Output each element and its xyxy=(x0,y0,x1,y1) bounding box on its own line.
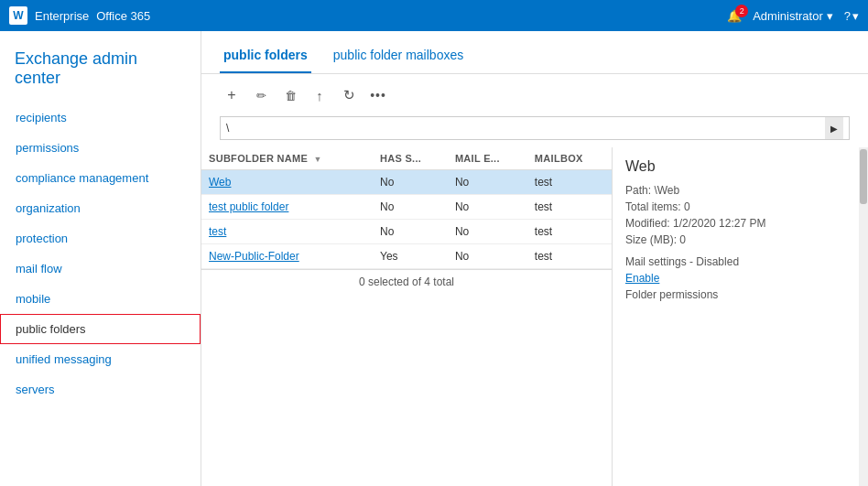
status-bar: 0 selected of 4 total xyxy=(201,269,612,294)
mailbox-cell: test xyxy=(527,170,612,195)
office-logo: W xyxy=(9,6,27,25)
user-dropdown-icon: ▾ xyxy=(827,9,833,23)
col-mail-enabled: MAIL E... xyxy=(448,147,527,170)
mailbox-cell: test xyxy=(527,220,612,244)
sidebar-item-recipients[interactable]: recipients xyxy=(0,103,201,133)
scrollbar-thumb xyxy=(860,149,867,204)
sidebar-header: Exchange admin center xyxy=(0,40,201,103)
has-subfolders-cell: No xyxy=(373,220,448,244)
detail-total-items-label: Total items: xyxy=(625,200,681,213)
table-area: SUBFOLDER NAME ▼ HAS S... MAIL E... MAIL… xyxy=(201,147,612,486)
detail-path-value: \Web xyxy=(654,184,679,197)
detail-mail-settings-label: Mail settings - Disabled xyxy=(625,255,739,268)
edit-button[interactable]: ✏ xyxy=(249,83,273,107)
path-bar-text: \ xyxy=(226,122,825,135)
table-header-row: SUBFOLDER NAME ▼ HAS S... MAIL E... MAIL… xyxy=(201,147,612,170)
sidebar: Exchange admin center recipients permiss… xyxy=(0,31,201,486)
topbar-left: W Enterprise Office 365 xyxy=(9,6,150,25)
has-subfolders-cell: No xyxy=(373,170,448,195)
detail-mail-settings: Mail settings - Disabled xyxy=(625,255,855,268)
topbar-product2: Office 365 xyxy=(96,9,150,23)
has-subfolders-cell: Yes xyxy=(373,244,448,269)
sidebar-item-protection[interactable]: protection xyxy=(0,223,201,254)
detail-modified-value: 1/2/2020 12:27 PM xyxy=(673,217,765,230)
folder-name-cell: New-Public-Folder xyxy=(201,244,373,269)
help-icon: ? xyxy=(844,9,851,23)
more-button[interactable]: ••• xyxy=(366,83,390,107)
add-button[interactable]: + xyxy=(220,83,244,107)
sidebar-item-servers[interactable]: servers xyxy=(0,374,201,405)
folder-link-test-public-folder[interactable]: test public folder xyxy=(209,200,288,213)
table-row[interactable]: New-Public-Folder Yes No test xyxy=(201,244,612,269)
col-mailbox: MAILBOX xyxy=(527,147,612,170)
mail-enabled-cell: No xyxy=(448,220,527,244)
detail-total-items-value: 0 xyxy=(684,200,690,213)
mailbox-cell: test xyxy=(527,195,612,220)
folder-link-new-public-folder[interactable]: New-Public-Folder xyxy=(209,250,299,263)
detail-size-label: Size (MB): xyxy=(625,233,677,246)
delete-button[interactable]: 🗑 xyxy=(278,83,302,107)
tab-public-folder-mailboxes[interactable]: public folder mailboxes xyxy=(330,42,467,73)
detail-size-value: 0 xyxy=(679,233,686,246)
sidebar-item-unified-messaging[interactable]: unified messaging xyxy=(0,344,201,374)
sidebar-item-mail-flow[interactable]: mail flow xyxy=(0,254,201,284)
topbar-right: 🔔 2 Administrator ▾ ? ▾ xyxy=(727,9,859,23)
detail-scrollbar[interactable] xyxy=(859,147,868,486)
detail-path: Path: \Web xyxy=(625,184,855,197)
detail-folder-permissions-label: Folder permissions xyxy=(625,288,718,301)
topbar-product1: Enterprise xyxy=(35,9,89,23)
folder-name-cell: test public folder xyxy=(201,195,373,220)
table-row[interactable]: test No No test xyxy=(201,220,612,244)
table-row[interactable]: Web No No test xyxy=(201,170,612,195)
folder-link-web[interactable]: Web xyxy=(209,176,231,189)
tabs: public folders public folder mailboxes xyxy=(201,31,868,74)
detail-title: Web xyxy=(625,158,855,175)
table-detail-layout: SUBFOLDER NAME ▼ HAS S... MAIL E... MAIL… xyxy=(201,147,868,486)
notifications-bell[interactable]: 🔔 2 xyxy=(727,9,742,23)
main-layout: Exchange admin center recipients permiss… xyxy=(0,31,868,486)
detail-panel: Web Path: \Web Total items: 0 Modified: … xyxy=(612,147,868,486)
mail-enabled-cell: No xyxy=(448,170,527,195)
sidebar-item-mobile[interactable]: mobile xyxy=(0,284,201,314)
detail-enable-row: Enable xyxy=(625,272,855,285)
detail-folder-permissions: Folder permissions xyxy=(625,288,855,301)
help-dropdown-icon: ▾ xyxy=(852,9,859,23)
path-bar-navigate-button[interactable]: ▶ xyxy=(825,117,843,139)
sort-icon: ▼ xyxy=(313,155,321,164)
sidebar-item-permissions[interactable]: permissions xyxy=(0,133,201,163)
mail-enabled-cell: No xyxy=(448,195,527,220)
folder-link-test[interactable]: test xyxy=(209,225,226,238)
user-name: Administrator xyxy=(753,9,823,23)
mailbox-cell: test xyxy=(527,244,612,269)
detail-modified-label: Modified: xyxy=(625,217,670,230)
detail-size: Size (MB): 0 xyxy=(625,233,855,246)
table-row[interactable]: test public folder No No test xyxy=(201,195,612,220)
sidebar-item-organization[interactable]: organization xyxy=(0,193,201,223)
status-text: 0 selected of 4 total xyxy=(359,275,454,288)
mail-enabled-cell: No xyxy=(448,244,527,269)
has-subfolders-cell: No xyxy=(373,195,448,220)
sidebar-item-compliance-management[interactable]: compliance management xyxy=(0,163,201,193)
folder-name-cell: test xyxy=(201,220,373,244)
path-bar: \ ▶ xyxy=(220,116,850,140)
tab-public-folders[interactable]: public folders xyxy=(220,42,311,73)
detail-path-label: Path: xyxy=(625,184,651,197)
user-menu[interactable]: Administrator ▾ xyxy=(753,9,833,23)
sidebar-item-public-folders[interactable]: public folders xyxy=(0,314,201,344)
content-area: public folders public folder mailboxes +… xyxy=(201,31,868,486)
help-button[interactable]: ? ▾ xyxy=(844,9,859,23)
move-up-button[interactable]: ↑ xyxy=(308,83,331,107)
refresh-button[interactable]: ↻ xyxy=(337,83,361,107)
toolbar: + ✏ 🗑 ↑ ↻ ••• xyxy=(201,74,868,116)
notification-badge: 2 xyxy=(735,5,748,17)
detail-total-items: Total items: 0 xyxy=(625,200,855,213)
detail-enable-link[interactable]: Enable xyxy=(625,272,659,285)
detail-modified: Modified: 1/2/2020 12:27 PM xyxy=(625,217,855,230)
folders-table: SUBFOLDER NAME ▼ HAS S... MAIL E... MAIL… xyxy=(201,147,612,269)
col-subfolder-name: SUBFOLDER NAME ▼ xyxy=(201,147,373,170)
col-has-subfolders: HAS S... xyxy=(373,147,448,170)
folder-name-cell: Web xyxy=(201,170,373,195)
topbar: W Enterprise Office 365 🔔 2 Administrato… xyxy=(0,0,868,31)
